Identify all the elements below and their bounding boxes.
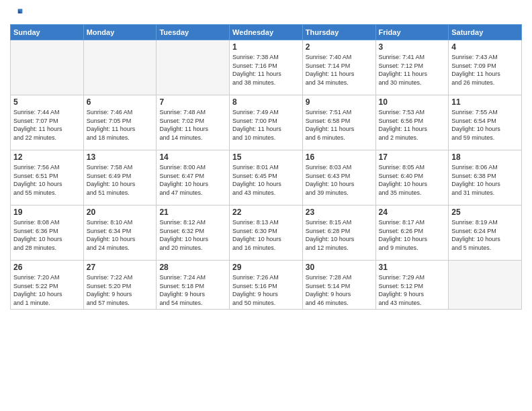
- calendar-cell: 22Sunrise: 8:13 AM Sunset: 6:30 PM Dayli…: [230, 205, 303, 261]
- calendar-cell: [11, 40, 84, 95]
- day-info: Sunrise: 7:55 AM Sunset: 6:54 PM Dayligh…: [451, 108, 519, 142]
- calendar-cell: 2Sunrise: 7:40 AM Sunset: 7:14 PM Daylig…: [302, 40, 375, 95]
- calendar-cell: 9Sunrise: 7:51 AM Sunset: 6:58 PM Daylig…: [302, 95, 375, 150]
- calendar-cell: 16Sunrise: 8:03 AM Sunset: 6:43 PM Dayli…: [302, 150, 375, 205]
- calendar-cell: 19Sunrise: 8:08 AM Sunset: 6:36 PM Dayli…: [11, 205, 84, 261]
- calendar-cell: 6Sunrise: 7:46 AM Sunset: 7:05 PM Daylig…: [83, 95, 157, 150]
- calendar-cell: 28Sunrise: 7:24 AM Sunset: 5:18 PM Dayli…: [157, 261, 230, 310]
- day-number: 9: [306, 97, 373, 107]
- calendar-table: SundayMondayTuesdayWednesdayThursdayFrid…: [10, 24, 522, 310]
- day-info: Sunrise: 8:17 AM Sunset: 6:26 PM Dayligh…: [379, 218, 446, 252]
- day-info: Sunrise: 8:19 AM Sunset: 6:24 PM Dayligh…: [451, 218, 519, 252]
- calendar-cell: 12Sunrise: 7:56 AM Sunset: 6:51 PM Dayli…: [11, 150, 84, 205]
- day-info: Sunrise: 7:51 AM Sunset: 6:58 PM Dayligh…: [306, 108, 373, 142]
- calendar-cell: 25Sunrise: 8:19 AM Sunset: 6:24 PM Dayli…: [449, 205, 522, 261]
- day-info: Sunrise: 7:56 AM Sunset: 6:51 PM Dayligh…: [13, 163, 81, 197]
- day-number: 15: [232, 152, 300, 162]
- day-number: 5: [13, 97, 81, 107]
- day-info: Sunrise: 7:43 AM Sunset: 7:09 PM Dayligh…: [451, 53, 519, 87]
- calendar-cell: 11Sunrise: 7:55 AM Sunset: 6:54 PM Dayli…: [449, 95, 522, 150]
- calendar-week-3: 12Sunrise: 7:56 AM Sunset: 6:51 PM Dayli…: [11, 150, 522, 205]
- day-number: 21: [159, 208, 226, 217]
- calendar-cell: 29Sunrise: 7:26 AM Sunset: 5:16 PM Dayli…: [230, 261, 303, 310]
- day-number: 13: [87, 152, 154, 162]
- day-info: Sunrise: 8:03 AM Sunset: 6:43 PM Dayligh…: [306, 163, 373, 197]
- page: SundayMondayTuesdayWednesdayThursdayFrid…: [0, 0, 532, 411]
- day-info: Sunrise: 8:15 AM Sunset: 6:28 PM Dayligh…: [306, 218, 373, 252]
- day-info: Sunrise: 8:05 AM Sunset: 6:40 PM Dayligh…: [379, 163, 446, 197]
- day-info: Sunrise: 7:53 AM Sunset: 6:56 PM Dayligh…: [379, 108, 446, 142]
- day-info: Sunrise: 8:08 AM Sunset: 6:36 PM Dayligh…: [13, 218, 81, 252]
- calendar-week-2: 5Sunrise: 7:44 AM Sunset: 7:07 PM Daylig…: [11, 95, 522, 150]
- day-number: 25: [451, 208, 519, 217]
- col-header-sunday: Sunday: [11, 25, 84, 40]
- day-info: Sunrise: 7:38 AM Sunset: 7:16 PM Dayligh…: [232, 53, 300, 87]
- day-number: 20: [87, 208, 154, 217]
- calendar-cell: 14Sunrise: 8:00 AM Sunset: 6:47 PM Dayli…: [157, 150, 230, 205]
- calendar-header-row: SundayMondayTuesdayWednesdayThursdayFrid…: [11, 25, 522, 40]
- calendar-cell: [83, 40, 157, 95]
- day-info: Sunrise: 8:06 AM Sunset: 6:38 PM Dayligh…: [451, 163, 519, 197]
- day-info: Sunrise: 7:46 AM Sunset: 7:05 PM Dayligh…: [87, 108, 154, 142]
- day-number: 14: [159, 152, 226, 162]
- day-number: 3: [379, 42, 446, 52]
- calendar-cell: 3Sunrise: 7:41 AM Sunset: 7:12 PM Daylig…: [375, 40, 449, 95]
- day-number: 19: [13, 208, 81, 217]
- logo: [10, 7, 25, 20]
- col-header-saturday: Saturday: [449, 25, 522, 40]
- calendar-cell: [449, 261, 522, 310]
- col-header-thursday: Thursday: [302, 25, 375, 40]
- day-info: Sunrise: 7:41 AM Sunset: 7:12 PM Dayligh…: [379, 53, 446, 87]
- day-number: 1: [232, 42, 300, 52]
- day-number: 17: [379, 152, 446, 162]
- day-number: 11: [451, 97, 519, 107]
- day-number: 8: [232, 97, 300, 107]
- day-info: Sunrise: 7:49 AM Sunset: 7:00 PM Dayligh…: [232, 108, 300, 142]
- day-info: Sunrise: 7:40 AM Sunset: 7:14 PM Dayligh…: [306, 53, 373, 87]
- calendar-cell: [157, 40, 230, 95]
- calendar-cell: 10Sunrise: 7:53 AM Sunset: 6:56 PM Dayli…: [375, 95, 449, 150]
- day-number: 29: [232, 263, 300, 272]
- day-info: Sunrise: 7:58 AM Sunset: 6:49 PM Dayligh…: [87, 163, 154, 197]
- day-number: 6: [87, 97, 154, 107]
- calendar-cell: 18Sunrise: 8:06 AM Sunset: 6:38 PM Dayli…: [449, 150, 522, 205]
- calendar-cell: 21Sunrise: 8:12 AM Sunset: 6:32 PM Dayli…: [157, 205, 230, 261]
- day-info: Sunrise: 8:13 AM Sunset: 6:30 PM Dayligh…: [232, 218, 300, 252]
- calendar-cell: 1Sunrise: 7:38 AM Sunset: 7:16 PM Daylig…: [230, 40, 303, 95]
- calendar-week-5: 26Sunrise: 7:20 AM Sunset: 5:22 PM Dayli…: [11, 261, 522, 310]
- calendar-cell: 26Sunrise: 7:20 AM Sunset: 5:22 PM Dayli…: [11, 261, 84, 310]
- day-info: Sunrise: 7:20 AM Sunset: 5:22 PM Dayligh…: [13, 273, 81, 307]
- calendar-week-1: 1Sunrise: 7:38 AM Sunset: 7:16 PM Daylig…: [11, 40, 522, 95]
- day-info: Sunrise: 7:29 AM Sunset: 5:12 PM Dayligh…: [379, 273, 446, 307]
- day-info: Sunrise: 7:22 AM Sunset: 5:20 PM Dayligh…: [87, 273, 154, 307]
- calendar-cell: 8Sunrise: 7:49 AM Sunset: 7:00 PM Daylig…: [230, 95, 303, 150]
- day-info: Sunrise: 7:26 AM Sunset: 5:16 PM Dayligh…: [232, 273, 300, 307]
- day-number: 10: [379, 97, 446, 107]
- header: [10, 7, 522, 20]
- calendar-week-4: 19Sunrise: 8:08 AM Sunset: 6:36 PM Dayli…: [11, 205, 522, 261]
- col-header-tuesday: Tuesday: [157, 25, 230, 40]
- calendar-cell: 24Sunrise: 8:17 AM Sunset: 6:26 PM Dayli…: [375, 205, 449, 261]
- calendar-cell: 17Sunrise: 8:05 AM Sunset: 6:40 PM Dayli…: [375, 150, 449, 205]
- day-number: 4: [451, 42, 519, 52]
- day-number: 18: [451, 152, 519, 162]
- day-number: 30: [306, 263, 373, 272]
- calendar-cell: 30Sunrise: 7:28 AM Sunset: 5:14 PM Dayli…: [302, 261, 375, 310]
- logo-icon: [10, 7, 24, 20]
- day-number: 26: [13, 263, 81, 272]
- day-number: 12: [13, 152, 81, 162]
- day-number: 27: [87, 263, 154, 272]
- calendar-cell: 7Sunrise: 7:48 AM Sunset: 7:02 PM Daylig…: [157, 95, 230, 150]
- day-info: Sunrise: 8:12 AM Sunset: 6:32 PM Dayligh…: [159, 218, 226, 252]
- day-info: Sunrise: 7:28 AM Sunset: 5:14 PM Dayligh…: [306, 273, 373, 307]
- calendar-cell: 23Sunrise: 8:15 AM Sunset: 6:28 PM Dayli…: [302, 205, 375, 261]
- calendar-cell: 15Sunrise: 8:01 AM Sunset: 6:45 PM Dayli…: [230, 150, 303, 205]
- day-number: 7: [159, 97, 226, 107]
- calendar-cell: 4Sunrise: 7:43 AM Sunset: 7:09 PM Daylig…: [449, 40, 522, 95]
- calendar-cell: 5Sunrise: 7:44 AM Sunset: 7:07 PM Daylig…: [11, 95, 84, 150]
- day-info: Sunrise: 8:00 AM Sunset: 6:47 PM Dayligh…: [159, 163, 226, 197]
- col-header-monday: Monday: [83, 25, 157, 40]
- day-number: 23: [306, 208, 373, 217]
- calendar-cell: 31Sunrise: 7:29 AM Sunset: 5:12 PM Dayli…: [375, 261, 449, 310]
- day-info: Sunrise: 7:24 AM Sunset: 5:18 PM Dayligh…: [159, 273, 226, 307]
